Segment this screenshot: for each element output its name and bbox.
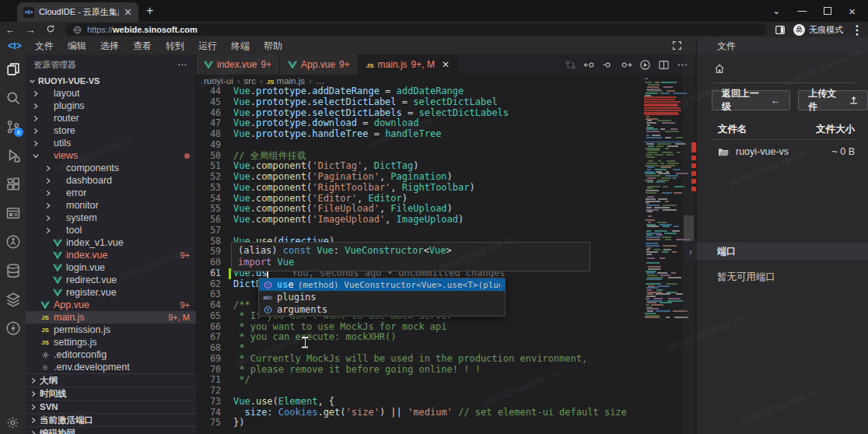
explorer-more-icon[interactable]: ⋯: [177, 59, 187, 70]
bolt-icon[interactable]: [0, 313, 26, 342]
chevron-down-icon[interactable]: ⌄: [772, 5, 780, 16]
run-debug-icon[interactable]: [0, 141, 26, 170]
minimap-line: [664, 233, 677, 234]
tree-item-router[interactable]: router: [26, 112, 196, 124]
step-forward-icon[interactable]: [621, 59, 632, 71]
menu-帮助[interactable]: 帮助: [257, 40, 289, 53]
step-back-icon[interactable]: [583, 59, 595, 71]
menu-转到[interactable]: 转到: [159, 40, 191, 53]
tree-item-plugins[interactable]: plugins: [26, 100, 196, 112]
maximize-icon[interactable]: [824, 7, 831, 15]
tree-item-redirect.vue[interactable]: redirect.vue: [26, 274, 196, 286]
minimap-line: [646, 224, 656, 226]
menu-运行[interactable]: 运行: [191, 40, 224, 53]
explorer-icon[interactable]: [0, 54, 26, 83]
tree-item-App.vue[interactable]: App.vue9+: [26, 299, 196, 311]
breadcrumb-item[interactable]: JSmain.js: [267, 76, 305, 86]
source-control-icon[interactable]: 6: [0, 112, 26, 141]
search-icon[interactable]: [0, 83, 26, 112]
pipeline-icon[interactable]: [0, 227, 26, 256]
side-panel-icon[interactable]: [775, 25, 786, 35]
back-icon[interactable]: ←: [0, 24, 20, 36]
minimap-line: [676, 137, 683, 138]
editor-tab-main.js[interactable]: JSmain.js9+, M✕: [359, 54, 458, 75]
breadcrumb[interactable]: ruoyi-ui›src›JSmain.js›…: [196, 75, 696, 86]
git-compare-icon[interactable]: [565, 59, 576, 71]
layers-icon[interactable]: [0, 285, 26, 313]
editor-tab-index.vue[interactable]: index.vue9+: [196, 54, 280, 75]
tree-item-login.vue[interactable]: login.vue: [26, 261, 196, 274]
dot-circle-icon[interactable]: [602, 59, 614, 71]
address-bar[interactable]: https://webide.sinosoft.com: [65, 23, 767, 36]
tree-item-.editorconfig[interactable]: .editorconfig: [26, 348, 196, 361]
tree-item-register.vue[interactable]: register.vue: [26, 286, 196, 299]
menu-编辑[interactable]: 编辑: [61, 40, 93, 53]
home-icon[interactable]: [714, 64, 725, 74]
tree-item-layout[interactable]: layout: [26, 87, 196, 100]
minimap-line: [660, 166, 671, 168]
tree-item-error[interactable]: error: [26, 187, 196, 199]
code-editor[interactable]: 44Vue.prototype.addDateRange = addDateRa…: [196, 86, 696, 434]
tree-item-main.js[interactable]: JSmain.js9+, M: [26, 311, 196, 324]
menu-查看[interactable]: 查看: [126, 40, 159, 53]
minimap-line: [648, 215, 652, 217]
tree-item-components[interactable]: components: [26, 162, 196, 174]
tree-item-store[interactable]: store: [26, 124, 196, 137]
menu-选择[interactable]: 选择: [93, 40, 126, 53]
tree-item-index_v1.vue[interactable]: index_v1.vue: [26, 236, 196, 249]
minimap-line: [646, 304, 649, 306]
fullscreen-icon[interactable]: [672, 40, 682, 51]
suggestion-arguments[interactable]: arguments: [259, 303, 505, 316]
close-icon[interactable]: ✕: [442, 59, 450, 70]
reload-icon[interactable]: [40, 24, 61, 36]
extensions-icon[interactable]: [0, 170, 26, 198]
upload-file-button[interactable]: 上传文件: [798, 90, 868, 110]
minimap-line: [655, 230, 667, 232]
menu-终端[interactable]: 终端: [224, 40, 257, 53]
menu-文件[interactable]: 文件: [28, 40, 61, 53]
section-时间线[interactable]: 时间线: [26, 387, 196, 400]
project-root[interactable]: RUOYI-VUE-VS: [26, 75, 195, 87]
back-parent-button[interactable]: 返回上一级 ←: [712, 90, 790, 110]
tree-item-index.vue[interactable]: index.vue9+: [26, 249, 196, 261]
tree-item-monitor[interactable]: monitor: [26, 199, 196, 212]
suggestion-use[interactable]: use(method) VueConstructor<Vue>.use<T>(p…: [259, 278, 505, 291]
tree-item-utils[interactable]: utils: [26, 137, 196, 149]
minimize-icon[interactable]: —: [797, 5, 807, 16]
tree-item-permission.js[interactable]: JSpermission.js: [26, 324, 196, 336]
section-编码协同[interactable]: 编码协同: [26, 426, 196, 434]
split-editor-icon[interactable]: [658, 59, 670, 71]
browser-preview-icon[interactable]: [0, 198, 26, 227]
suggestion-plugins[interactable]: abcplugins: [259, 291, 505, 303]
browser-tab[interactable]: <t> CloudIDE - 云原生集成开发环境 ✕: [17, 2, 138, 22]
minimap-line: [646, 249, 649, 250]
tree-item-system[interactable]: system: [26, 212, 196, 224]
section-SVN[interactable]: SVN: [26, 400, 196, 413]
tree-item-tool[interactable]: tool: [26, 224, 196, 236]
section-当前激活端口[interactable]: 当前激活端口: [26, 413, 196, 426]
scrollbar-slider[interactable]: [684, 215, 694, 243]
file-row[interactable]: ruoyi-vue-vs ~ 0 B: [718, 146, 855, 157]
ports-header[interactable]: 端口: [697, 241, 868, 261]
tab-close-icon[interactable]: ✕: [124, 7, 132, 17]
breadcrumb-item[interactable]: src: [244, 76, 256, 86]
settings-gear-icon[interactable]: [0, 416, 26, 429]
browser-tab-strip: <t> CloudIDE - 云原生集成开发环境 ✕ + ⌄ — ×: [0, 0, 868, 22]
browser-menu-icon[interactable]: ⋮: [851, 23, 863, 37]
tree-item-settings.js[interactable]: JSsettings.js: [26, 336, 196, 348]
tree-item-dashboard[interactable]: dashboard: [26, 174, 196, 187]
new-tab-button[interactable]: +: [146, 5, 153, 17]
breadcrumb-item[interactable]: ruoyi-ui: [204, 76, 233, 86]
minimap-line: [646, 230, 650, 232]
run-circle-icon[interactable]: [639, 59, 651, 71]
tree-item-.env.development[interactable]: ≡.env.development: [26, 361, 196, 373]
section-大纲[interactable]: 大纲: [26, 373, 196, 387]
tree-item-views[interactable]: views: [26, 149, 196, 162]
database-icon[interactable]: [0, 256, 26, 285]
breadcrumb-item[interactable]: …: [316, 76, 325, 86]
collapse-panel-chevron-icon[interactable]: ›: [684, 241, 697, 261]
editor-tab-App.vue[interactable]: App.vue9+: [280, 54, 359, 75]
minimap[interactable]: [644, 78, 683, 325]
forward-icon[interactable]: →: [20, 24, 40, 36]
close-window-icon[interactable]: ×: [849, 5, 856, 18]
